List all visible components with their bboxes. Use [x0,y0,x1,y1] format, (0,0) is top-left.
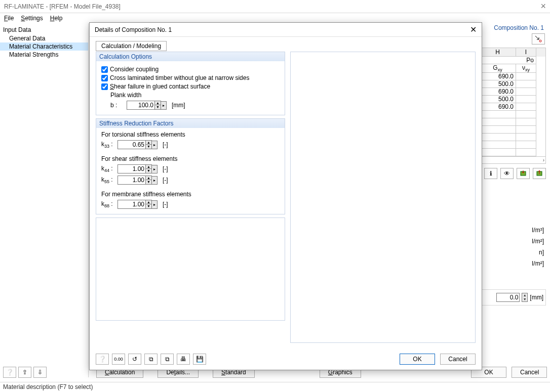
print-icon-button[interactable]: 🖶 [177,354,190,365]
cell[interactable] [516,134,536,141]
menubar: File Settings Help [0,13,550,23]
spin-side-button[interactable]: ▸ [152,200,158,209]
spin-buttons[interactable]: ▲▼ [146,164,152,173]
col-i: I [516,48,536,57]
spin-buttons[interactable]: ▲▼ [146,176,152,185]
k88-input[interactable] [117,200,146,209]
spin-buttons[interactable]: ▲▼ [146,140,152,149]
help-icon-button[interactable]: ❔ [3,367,16,378]
cell[interactable] [516,103,536,111]
pick-target-button[interactable] [532,33,545,45]
preview-panel [290,52,476,343]
k33-input[interactable] [117,140,146,149]
k55-input[interactable] [117,176,146,185]
group-title: Stiffness Reduction Factors [96,119,285,128]
unit-label: I/m²] [479,258,544,269]
checkbox-label: Consider coupling [110,66,159,73]
spin-side-button[interactable]: ▸ [161,101,167,110]
b-input[interactable] [127,101,155,110]
cell[interactable] [480,118,516,126]
cell[interactable]: 500.0 [480,80,516,88]
spin-side-button[interactable]: ▸ [152,176,158,185]
save-icon-button[interactable]: 💾 [193,354,206,365]
cell[interactable] [480,134,516,141]
chk-shear-failure[interactable]: Shear failure in glued contact surface [101,83,280,90]
unit-label: n] [479,247,544,258]
subcol-vxy: νxy [516,64,536,73]
cell[interactable] [516,96,536,103]
plank-width-label: Plank width [110,92,280,99]
cell[interactable] [480,111,516,118]
info-button[interactable]: ℹ [484,168,497,179]
group-stiffness: Stiffness Reduction Factors For torsiona… [96,118,285,214]
checkbox-label: Shear failure in glued contact surface [110,83,210,90]
unit-label: I/m³] [479,225,544,236]
tree-item-material-str[interactable]: Material Strengths [0,51,88,59]
menu-help[interactable]: Help [50,15,63,22]
cell[interactable] [516,141,536,149]
copy-icon-button[interactable]: ⧉ [144,354,158,365]
cell[interactable] [516,88,536,96]
statusbar: Material description (F7 to select) [0,382,550,392]
view-button[interactable]: 👁 [500,168,514,179]
cell[interactable] [516,126,536,134]
cell[interactable]: 690.0 [480,88,516,96]
spin-side-button[interactable]: ▸ [152,141,158,149]
cell[interactable] [516,149,536,156]
window-close-icon[interactable]: × [540,1,546,12]
ref-plane-box: ▲▼ [mm] [479,289,546,306]
import-button[interactable] [517,168,530,179]
chk-clt-no-glue[interactable]: Cross laminated timber without glue at n… [101,74,280,81]
spin-side-button[interactable]: ▸ [152,165,158,173]
shear-label: For shear stiffness elements [101,155,280,162]
cell[interactable]: 690.0 [480,73,516,80]
unit-label: I/m²] [479,236,544,247]
dialog-title: Details of Composition No. 1 [95,26,172,33]
menu-file[interactable]: File [4,15,14,22]
data-grid[interactable]: H I Po Gxy νxy 690.0 500.0 690.0 500.0 6… [479,48,546,164]
cell[interactable] [516,118,536,126]
cell[interactable] [516,80,536,88]
tree-root[interactable]: Input Data [0,25,88,34]
cell[interactable] [516,73,536,80]
empty-group [96,217,285,321]
checkbox[interactable] [101,83,108,90]
spin-buttons[interactable]: ▲▼ [146,200,152,209]
cell[interactable] [480,126,516,134]
main-cancel-button[interactable]: Cancel [512,367,547,378]
cell[interactable] [480,141,516,149]
checkbox[interactable] [101,66,108,73]
chk-consider-coupling[interactable]: Consider coupling [101,66,280,73]
cell[interactable]: 690.0 [480,103,516,111]
cell[interactable] [480,149,516,156]
export-icon-button[interactable]: ⇪ [18,367,31,378]
k44-input[interactable] [117,164,146,173]
tab-calculation-modeling[interactable]: Calculation / Modeling [96,41,167,51]
scroll-right-icon[interactable]: › [480,156,545,163]
ref-value-input[interactable] [496,293,520,302]
k44-label: k44 : [101,165,114,173]
unit-list: I/m³] I/m²] n] I/m²] [479,225,546,269]
dialog-close-icon[interactable]: ✕ [470,25,477,34]
cell[interactable] [516,111,536,118]
reset-icon-button[interactable]: ↺ [128,354,141,365]
group-calculation-options: Calculation Options Consider coupling Cr… [96,52,285,115]
cell[interactable]: 500.0 [480,96,516,103]
tree-item-general[interactable]: General Data [0,34,88,42]
col-po: Po [480,57,536,64]
b-unit: [mm] [172,102,185,109]
spin-buttons[interactable]: ▲▼ [522,293,528,302]
b-label: b : [110,102,124,109]
paste-icon-button[interactable]: ⧉ [161,354,174,365]
tors-label: For torsional stiffness elements [101,131,280,138]
units-icon-button[interactable]: 0.00 [112,354,125,365]
spin-buttons[interactable]: ▲▼ [155,101,161,110]
dialog-ok-button[interactable]: OK [400,354,435,365]
tree-item-material-char[interactable]: Material Characteristics [0,42,88,51]
export-button[interactable] [533,168,546,179]
help-icon-button[interactable]: ❔ [96,354,109,365]
dialog-cancel-button[interactable]: Cancel [440,354,476,365]
checkbox[interactable] [101,75,108,81]
menu-settings[interactable]: Settings [21,15,43,22]
import-icon-button[interactable]: ⇩ [33,367,47,378]
